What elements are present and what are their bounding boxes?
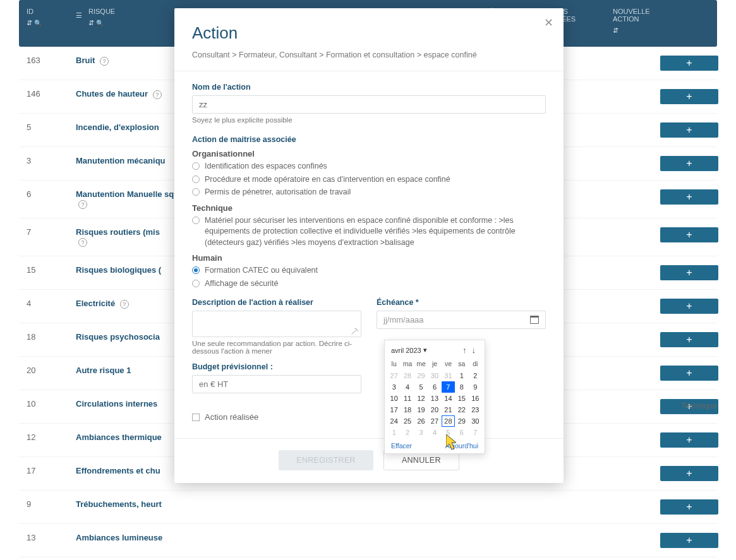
budget-input[interactable] bbox=[192, 375, 361, 393]
calendar-day[interactable]: 9 bbox=[469, 381, 482, 393]
calendar-day[interactable]: 12 bbox=[414, 393, 428, 404]
calendar-day[interactable]: 4 bbox=[401, 381, 414, 393]
done-checkbox[interactable] bbox=[192, 414, 200, 421]
th-id[interactable]: ID ⇵ 🔍 bbox=[19, 4, 69, 31]
breadcrumb: Consultant > Formateur, Consultant > For… bbox=[192, 51, 546, 59]
calendar-day[interactable]: 19 bbox=[414, 404, 428, 415]
calendar-day[interactable]: 16 bbox=[469, 393, 482, 404]
calendar-day[interactable]: 8 bbox=[455, 381, 468, 393]
radio-icon[interactable] bbox=[192, 162, 200, 170]
calendar-day[interactable]: 30 bbox=[469, 415, 482, 427]
radio-option[interactable]: Procédure et mode opératoire en cas d'in… bbox=[192, 174, 546, 186]
radio-option[interactable]: Affichage de sécurité bbox=[192, 278, 546, 290]
help-icon[interactable]: ? bbox=[78, 200, 87, 209]
datepicker-today[interactable]: Aujourd'hui bbox=[445, 442, 478, 450]
help-icon[interactable]: ? bbox=[78, 238, 87, 247]
calendar-day[interactable]: 17 bbox=[387, 404, 401, 415]
add-action-button[interactable]: + bbox=[660, 89, 718, 104]
calendar-day[interactable]: 3 bbox=[387, 381, 401, 393]
calendar-day[interactable]: 27 bbox=[387, 370, 401, 381]
table-row[interactable]: 165espace confiné ?2.5 ✎000+ bbox=[19, 557, 717, 560]
radio-icon[interactable] bbox=[192, 266, 200, 274]
calendar-day[interactable]: 6 bbox=[428, 381, 441, 393]
radio-label: Formation CATEC ou équivalent bbox=[205, 265, 318, 277]
close-icon[interactable]: ✕ bbox=[544, 16, 553, 30]
help-icon[interactable]: ? bbox=[100, 57, 109, 66]
help-icon[interactable]: ? bbox=[153, 90, 162, 99]
echeance-input[interactable]: jj/mm/aaaa bbox=[377, 311, 546, 329]
add-action-button[interactable]: + bbox=[660, 227, 718, 242]
calendar-day[interactable]: 28 bbox=[442, 415, 455, 427]
add-action-button[interactable]: + bbox=[660, 156, 718, 171]
cell-risk[interactable]: Trébuchements, heurt bbox=[69, 498, 259, 510]
datepicker-clear[interactable]: Effacer bbox=[391, 442, 412, 450]
next-month-icon[interactable]: ↓ bbox=[469, 345, 479, 355]
calendar-day[interactable]: 2 bbox=[469, 370, 482, 381]
calendar-day[interactable]: 1 bbox=[387, 427, 401, 438]
calendar-day[interactable]: 5 bbox=[442, 427, 455, 438]
calendar-day[interactable]: 15 bbox=[455, 393, 468, 404]
radio-option[interactable]: Permis de pénetrer, autorisation de trav… bbox=[192, 187, 546, 198]
calendar-day[interactable]: 29 bbox=[455, 415, 468, 427]
radio-option[interactable]: Formation CATEC ou équivalent bbox=[192, 265, 546, 277]
desc-textarea[interactable]: ⸕ bbox=[192, 311, 361, 337]
calendar-day[interactable]: 29 bbox=[414, 370, 428, 381]
calendar-day[interactable]: 1 bbox=[455, 370, 468, 381]
radio-icon[interactable] bbox=[192, 188, 200, 196]
table-row[interactable]: 9Trébuchements, heurt+ bbox=[19, 491, 717, 524]
help-icon[interactable]: ? bbox=[120, 300, 129, 309]
add-action-button[interactable]: + bbox=[660, 332, 718, 347]
calendar-day[interactable]: 10 bbox=[387, 393, 401, 404]
prev-month-icon[interactable]: ↑ bbox=[460, 345, 469, 355]
add-action-button[interactable]: + bbox=[660, 399, 718, 414]
add-action-button[interactable]: + bbox=[660, 56, 718, 71]
add-action-button[interactable]: + bbox=[660, 366, 718, 381]
radio-icon[interactable] bbox=[192, 217, 200, 224]
radio-icon[interactable] bbox=[192, 176, 200, 183]
radio-option[interactable]: Matériel pour sécuriser les intervention… bbox=[192, 215, 546, 249]
add-action-button[interactable]: + bbox=[660, 122, 718, 138]
calendar-day[interactable]: 7 bbox=[469, 427, 482, 438]
radio-option[interactable]: Identification des espaces confinés bbox=[192, 161, 546, 172]
calendar-day[interactable]: 3 bbox=[414, 427, 428, 438]
add-action-button[interactable]: + bbox=[660, 499, 718, 515]
calendar-day[interactable]: 7 bbox=[442, 381, 455, 393]
calendar-day[interactable]: 28 bbox=[401, 370, 414, 381]
calendar-day[interactable]: 21 bbox=[442, 404, 455, 415]
calendar-day[interactable]: 30 bbox=[428, 370, 441, 381]
datepicker-month[interactable]: avril 2023 ▾ bbox=[391, 346, 460, 354]
add-action-button[interactable]: + bbox=[660, 265, 718, 280]
calendar-day[interactable]: 25 bbox=[401, 415, 414, 427]
add-action-button[interactable]: + bbox=[660, 466, 718, 481]
calendar-day[interactable]: 2 bbox=[401, 427, 414, 438]
add-action-button[interactable]: + bbox=[660, 299, 718, 314]
sort-icon[interactable]: ⇵ 🔍 bbox=[27, 19, 63, 27]
th-list[interactable]: ☰ bbox=[69, 4, 82, 23]
add-action-button[interactable]: + bbox=[660, 533, 718, 548]
calendar-day[interactable]: 31 bbox=[442, 370, 455, 381]
name-input[interactable] bbox=[192, 95, 546, 114]
calendar-day[interactable]: 18 bbox=[401, 404, 414, 415]
calendar-day[interactable]: 5 bbox=[414, 381, 428, 393]
calendar-day[interactable]: 6 bbox=[455, 427, 468, 438]
calendar-day[interactable]: 20 bbox=[428, 404, 441, 415]
radio-label: Identification des espaces confinés bbox=[205, 161, 327, 172]
cell-risk[interactable]: Ambiances lumineuse bbox=[69, 532, 259, 544]
add-action-button[interactable]: + bbox=[660, 432, 718, 448]
datepicker[interactable]: avril 2023 ▾ ↑ ↓ lumamejevesadi272829303… bbox=[384, 340, 485, 454]
calendar-icon[interactable] bbox=[530, 316, 539, 324]
th-new[interactable]: NOUVELLE ACTION⇵ bbox=[606, 4, 670, 39]
calendar-day[interactable]: 26 bbox=[414, 415, 428, 427]
calendar-day[interactable]: 13 bbox=[428, 393, 441, 404]
table-row[interactable]: 13Ambiances lumineuse+ bbox=[19, 524, 717, 557]
calendar-day[interactable]: 4 bbox=[428, 427, 441, 438]
add-action-button[interactable]: + bbox=[660, 189, 718, 205]
calendar-day[interactable]: 24 bbox=[387, 415, 401, 427]
save-button[interactable]: ENREGISTRER bbox=[279, 450, 373, 470]
calendar-day[interactable]: 23 bbox=[469, 404, 482, 415]
calendar-day[interactable]: 14 bbox=[442, 393, 455, 404]
calendar-day[interactable]: 11 bbox=[401, 393, 414, 404]
calendar-day[interactable]: 27 bbox=[428, 415, 441, 427]
calendar-day[interactable]: 22 bbox=[455, 404, 468, 415]
radio-icon[interactable] bbox=[192, 280, 200, 287]
